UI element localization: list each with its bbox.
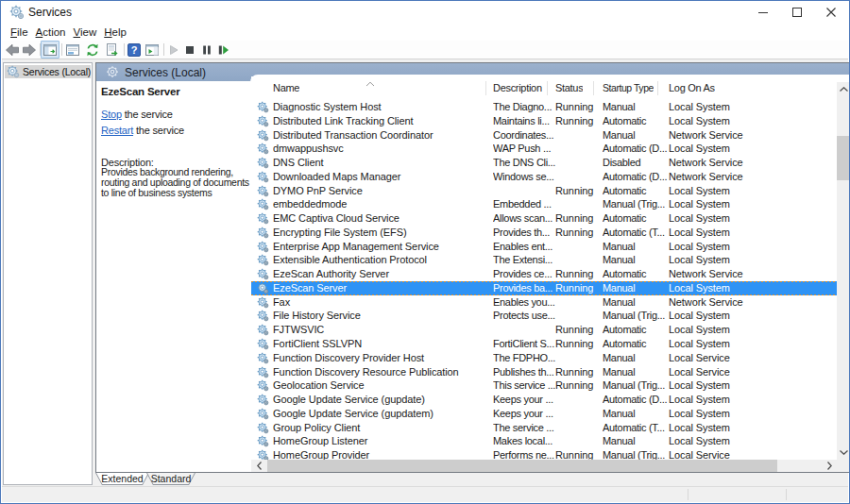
status-bar-separator bbox=[688, 489, 688, 500]
service-row[interactable]: HomeGroup Provider Performs ne... Runnin… bbox=[251, 448, 837, 460]
cell-description: Keeps your ... bbox=[493, 393, 555, 407]
stop-suffix: the service bbox=[122, 109, 173, 120]
tab-label: Standard bbox=[146, 473, 196, 484]
service-row[interactable]: EzeScan Authority Server Provides ce... … bbox=[251, 267, 837, 281]
column-header-startup-type[interactable]: Startup Type bbox=[603, 76, 654, 99]
column-header-status[interactable]: Status bbox=[555, 76, 583, 99]
help-icon[interactable]: ? bbox=[125, 41, 144, 59]
scroll-up-arrow[interactable] bbox=[837, 82, 850, 96]
close-button[interactable] bbox=[815, 2, 847, 23]
cell-name: HomeGroup Provider bbox=[273, 448, 485, 460]
service-gear-icon bbox=[257, 352, 269, 364]
restart-service-line: Restart the service bbox=[101, 123, 184, 139]
cell-startup-type: Automatic bbox=[603, 211, 668, 226]
column-separator[interactable] bbox=[485, 81, 486, 95]
scroll-right-arrow[interactable] bbox=[822, 460, 837, 472]
restart-service-icon[interactable] bbox=[213, 41, 232, 59]
service-row[interactable]: Group Policy Client The service ... Auto… bbox=[251, 421, 837, 435]
column-separator[interactable] bbox=[547, 81, 548, 95]
service-row[interactable]: Function Discovery Resource Publication … bbox=[251, 365, 837, 379]
cell-name: Google Update Service (gupdate) bbox=[273, 393, 485, 407]
service-row[interactable]: Google Update Service (gupdate) Keeps yo… bbox=[251, 393, 837, 407]
service-row[interactable]: Fax Enables you... Manual Network Servic… bbox=[251, 295, 837, 310]
service-gear-icon bbox=[257, 324, 269, 336]
tab-standard[interactable]: Standard bbox=[146, 473, 196, 485]
service-row[interactable]: File History Service Protects use... Man… bbox=[251, 309, 837, 323]
service-row[interactable]: Enterprise App Management Service Enable… bbox=[251, 240, 837, 254]
details-pane: Services (Local) EzeScan Server Stop the… bbox=[95, 62, 850, 473]
cell-status bbox=[555, 142, 599, 156]
cell-name: Enterprise App Management Service bbox=[273, 240, 485, 254]
maximize-button[interactable] bbox=[781, 2, 813, 23]
horizontal-scroll-thumb[interactable] bbox=[267, 460, 777, 472]
console-body: Services (Local) bbox=[2, 59, 848, 487]
cell-startup-type: Automatic bbox=[603, 323, 668, 337]
service-row[interactable]: HomeGroup Listener Makes local... Manual… bbox=[251, 434, 837, 448]
horizontal-scrollbar[interactable] bbox=[251, 460, 837, 472]
toolbar-divider bbox=[61, 43, 62, 56]
tab-extended[interactable]: Extended bbox=[95, 473, 149, 485]
minimize-button[interactable] bbox=[747, 2, 779, 23]
cell-startup-type: Manual (Trig... bbox=[603, 378, 668, 393]
restart-service-link[interactable]: Restart bbox=[101, 125, 133, 136]
service-row[interactable]: Function Discovery Provider Host The FDP… bbox=[251, 351, 837, 365]
action-pane-icon[interactable] bbox=[143, 41, 162, 59]
cell-log-on-as: Local System bbox=[669, 100, 782, 114]
scrollbar-corner bbox=[837, 460, 850, 472]
service-row[interactable]: FortiClient SSLVPN FortiClient S... Runn… bbox=[251, 337, 837, 351]
menu-help[interactable]: Help bbox=[100, 25, 130, 40]
cell-status: Running bbox=[555, 365, 599, 379]
menu-action[interactable]: Action bbox=[32, 25, 70, 40]
service-row[interactable]: dmwappushsvc WAP Push ... Automatic (D..… bbox=[251, 142, 837, 156]
scroll-down-arrow[interactable] bbox=[837, 445, 850, 460]
tree-item-services-local[interactable]: Services (Local) bbox=[5, 65, 91, 78]
service-gear-icon bbox=[257, 171, 269, 183]
service-row[interactable]: Downloaded Maps Manager Windows se... Au… bbox=[251, 170, 837, 184]
cell-log-on-as: Local Service bbox=[669, 351, 782, 365]
cell-startup-type: Automatic bbox=[603, 267, 668, 281]
service-row[interactable]: Geolocation Service This service ... Run… bbox=[251, 378, 837, 393]
service-row[interactable]: FJTWSVIC Running Automatic Local System bbox=[251, 323, 837, 337]
service-row[interactable]: Distributed Transaction Coordinator Coor… bbox=[251, 128, 837, 143]
menu-file[interactable]: File bbox=[7, 25, 32, 40]
cell-log-on-as: Local Service bbox=[669, 365, 782, 379]
service-row[interactable]: DYMO PnP Service Running Automatic Local… bbox=[251, 184, 837, 198]
service-row[interactable]: EzeScan Server Provides ba... Running Ma… bbox=[251, 281, 837, 295]
service-row[interactable]: EMC Captiva Cloud Service Allows scan...… bbox=[251, 211, 837, 226]
vertical-scroll-thumb[interactable] bbox=[837, 136, 850, 180]
service-row[interactable]: embeddedmode Embedded ... Manual (Trig..… bbox=[251, 197, 837, 211]
stop-service-link[interactable]: Stop bbox=[101, 109, 122, 120]
stop-service-icon[interactable] bbox=[180, 41, 199, 59]
column-header-name[interactable]: Name bbox=[273, 76, 299, 99]
service-row[interactable]: Google Update Service (gupdatem) Keeps y… bbox=[251, 407, 837, 421]
show-console-tree-icon[interactable] bbox=[41, 41, 60, 59]
forward-icon[interactable] bbox=[20, 41, 39, 59]
column-header-description[interactable]: Description bbox=[493, 76, 542, 99]
cell-description: Provides ba... bbox=[493, 281, 555, 295]
service-row[interactable]: Distributed Link Tracking Client Maintai… bbox=[251, 114, 837, 128]
column-separator[interactable] bbox=[593, 81, 594, 95]
cell-startup-type: Automatic (T... bbox=[603, 421, 668, 435]
refresh-icon[interactable] bbox=[83, 41, 102, 59]
column-separator[interactable] bbox=[657, 81, 658, 95]
cell-description: WAP Push ... bbox=[493, 142, 555, 156]
services-list: Diagnostic System Host The Diagno... Run… bbox=[251, 100, 837, 460]
menu-view[interactable]: View bbox=[70, 25, 101, 40]
export-list-icon[interactable] bbox=[103, 41, 122, 59]
window-title: Services bbox=[28, 6, 72, 19]
cell-description: Enables ent... bbox=[493, 240, 555, 254]
cell-log-on-as: Local System bbox=[669, 434, 782, 448]
scroll-left-arrow[interactable] bbox=[251, 460, 266, 472]
cell-status bbox=[555, 434, 599, 448]
service-row[interactable]: Extensible Authentication Protocol The E… bbox=[251, 253, 837, 267]
properties-icon[interactable] bbox=[63, 41, 82, 59]
cell-log-on-as: Network Service bbox=[669, 156, 782, 170]
back-icon[interactable] bbox=[3, 41, 22, 59]
cell-status bbox=[555, 156, 599, 170]
vertical-scrollbar[interactable] bbox=[837, 82, 850, 460]
column-header-log-on-as[interactable]: Log On As bbox=[669, 76, 715, 99]
service-row[interactable]: Encrypting File System (EFS) Provides th… bbox=[251, 226, 837, 240]
service-row[interactable]: DNS Client The DNS Cli... Disabled Netwo… bbox=[251, 156, 837, 170]
service-row[interactable]: Diagnostic System Host The Diagno... Run… bbox=[251, 100, 837, 114]
service-gear-icon bbox=[257, 435, 269, 447]
